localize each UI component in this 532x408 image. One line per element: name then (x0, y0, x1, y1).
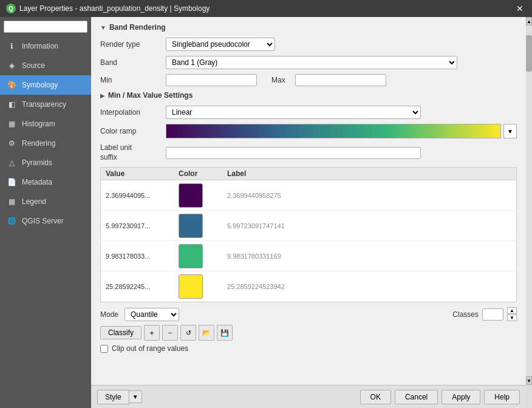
search-input[interactable] (4, 21, 87, 33)
rendering-icon: ⚙ (6, 138, 17, 149)
style-dropdown-button[interactable]: ▼ (129, 390, 142, 403)
sidebar-item-label: Metadata (22, 178, 52, 186)
pyramids-icon: △ (6, 157, 17, 168)
ok-button[interactable]: OK (360, 390, 391, 404)
render-type-label: Render type (100, 40, 161, 49)
sidebar-item-source[interactable]: ◈ Source (0, 56, 91, 75)
clip-range-checkbox[interactable] (100, 345, 108, 353)
row-color-cell (179, 214, 227, 238)
load-button[interactable]: 📂 (199, 325, 214, 341)
action-buttons-row: Classify + − ↺ 📂 💾 (100, 325, 517, 341)
row-label: 2.3699440958275 (227, 192, 511, 199)
band-label: Band (100, 58, 161, 67)
style-button[interactable]: Style (97, 390, 129, 404)
right-scrollbar[interactable]: ▲ ▼ (526, 17, 532, 408)
apply-button[interactable]: Apply (442, 390, 480, 404)
close-button[interactable]: ✕ (514, 4, 526, 13)
band-rendering-header: ▼ Band Rendering (100, 23, 517, 32)
color-swatch[interactable] (179, 244, 203, 268)
cancel-button[interactable]: Cancel (395, 390, 438, 404)
source-icon: ◈ (6, 60, 17, 71)
add-row-button[interactable]: + (144, 325, 160, 341)
interpolation-row: Interpolation Linear (100, 106, 517, 119)
classify-button[interactable]: Classify (100, 326, 142, 339)
symbology-icon: 🎨 (6, 80, 17, 90)
color-ramp-dropdown-button[interactable]: ▼ (503, 124, 517, 138)
classes-label: Classes (452, 310, 479, 319)
interpolation-select[interactable]: Linear (166, 106, 421, 119)
invert-button[interactable]: ↺ (180, 325, 196, 341)
window-title: Layer Properties - ashanti_population_de… (19, 4, 210, 13)
classes-decrement-button[interactable]: ▼ (507, 314, 517, 321)
sidebar-item-label: Source (22, 61, 45, 70)
sidebar-item-legend[interactable]: ▦ Legend (0, 192, 91, 211)
color-table: Value Color Label 2.369944095... 2.36994… (100, 167, 517, 302)
style-button-group: Style ▼ (97, 390, 142, 404)
row-label: 9.9831780331169 (227, 253, 511, 260)
help-button[interactable]: Help (484, 390, 520, 404)
table-row[interactable]: 2.369944095... 2.3699440958275 (101, 180, 516, 211)
sidebar-item-qgis-server[interactable]: 🌐 QGIS Server (0, 211, 91, 231)
band-select[interactable]: Band 1 (Gray) (166, 56, 457, 69)
classes-increment-button[interactable]: ▲ (507, 307, 517, 314)
row-label: 25.2859224523942 (227, 283, 511, 290)
sidebar-item-information[interactable]: ℹ Information (0, 36, 91, 56)
min-max-settings-row[interactable]: ▶ Min / Max Value Settings (100, 91, 517, 100)
scrollbar-down-arrow[interactable]: ▼ (526, 376, 532, 385)
color-ramp-swatch[interactable] (166, 124, 501, 138)
app-icon: Q (6, 4, 16, 13)
table-row[interactable]: 25.28592245... 25.2859224523942 (101, 271, 516, 302)
information-icon: ℹ (6, 41, 17, 52)
content-scroll[interactable]: ▼ Band Rendering Render type Singleband … (91, 17, 526, 385)
mode-label: Mode (100, 310, 118, 319)
legend-icon: ▦ (6, 196, 17, 207)
max-label: Max (271, 76, 285, 84)
row-color-cell (179, 183, 227, 208)
sidebar-item-rendering[interactable]: ⚙ Rendering (0, 134, 91, 153)
histogram-icon: ▦ (6, 118, 17, 129)
save-button[interactable]: 💾 (217, 325, 233, 341)
bottom-spacer (100, 353, 517, 377)
collapse-arrow-icon: ▼ (100, 24, 106, 31)
sidebar-item-histogram[interactable]: ▦ Histogram (0, 114, 91, 134)
sidebar-item-transparency[interactable]: ◧ Transparency (0, 95, 91, 114)
max-input[interactable]: 25.2859 (295, 74, 386, 86)
table-row[interactable]: 9.983178033... 9.9831780331169 (101, 241, 516, 271)
classes-spinner: ▲ ▼ (507, 307, 517, 321)
min-max-settings-label: Min / Max Value Settings (108, 91, 193, 100)
sidebar-item-label: Pyramids (22, 158, 52, 167)
color-swatch[interactable] (179, 183, 203, 208)
min-input[interactable]: 2.36994 (166, 74, 257, 86)
color-swatch[interactable] (179, 274, 203, 299)
remove-row-button[interactable]: − (162, 325, 178, 341)
band-row: Band Band 1 (Gray) (100, 56, 517, 69)
table-row[interactable]: 5.997230917... 5.99723091747141 (101, 211, 516, 241)
transparency-icon: ◧ (6, 99, 17, 110)
band-rendering-title: Band Rendering (109, 23, 166, 32)
classify-row: Mode Quantile Classes 4 ▲ ▼ (100, 307, 517, 321)
classes-input[interactable]: 4 (482, 308, 503, 321)
footer-right-buttons: OK Cancel Apply Help (360, 390, 520, 404)
row-color-cell (179, 244, 227, 268)
mode-select[interactable]: Quantile (124, 308, 179, 321)
scrollbar-thumb[interactable] (526, 35, 532, 72)
sidebar-item-metadata[interactable]: 📄 Metadata (0, 172, 91, 192)
color-ramp-label: Color ramp (100, 127, 161, 135)
render-type-row: Render type Singleband pseudocolor (100, 38, 517, 51)
scrollbar-up-arrow[interactable]: ▲ (526, 17, 532, 25)
render-type-select[interactable]: Singleband pseudocolor (166, 38, 275, 51)
sidebar: ℹ Information ◈ Source 🎨 Symbology ◧ Tra… (0, 17, 91, 408)
main-layout: ℹ Information ◈ Source 🎨 Symbology ◧ Tra… (0, 17, 532, 408)
label-unit-input[interactable] (166, 147, 421, 159)
metadata-icon: 📄 (6, 177, 17, 188)
title-bar: Q Layer Properties - ashanti_population_… (0, 0, 532, 17)
sidebar-item-symbology[interactable]: 🎨 Symbology (0, 75, 91, 95)
sidebar-item-pyramids[interactable]: △ Pyramids (0, 153, 91, 172)
row-value: 5.997230917... (106, 222, 179, 229)
footer: Style ▼ OK Cancel Apply Help (91, 385, 526, 408)
color-column-header: Color (179, 169, 227, 178)
color-swatch[interactable] (179, 214, 203, 238)
qgis-server-icon: 🌐 (6, 216, 17, 226)
label-unit-label: Label unit suffix (100, 143, 161, 162)
row-value: 9.983178033... (106, 253, 179, 260)
